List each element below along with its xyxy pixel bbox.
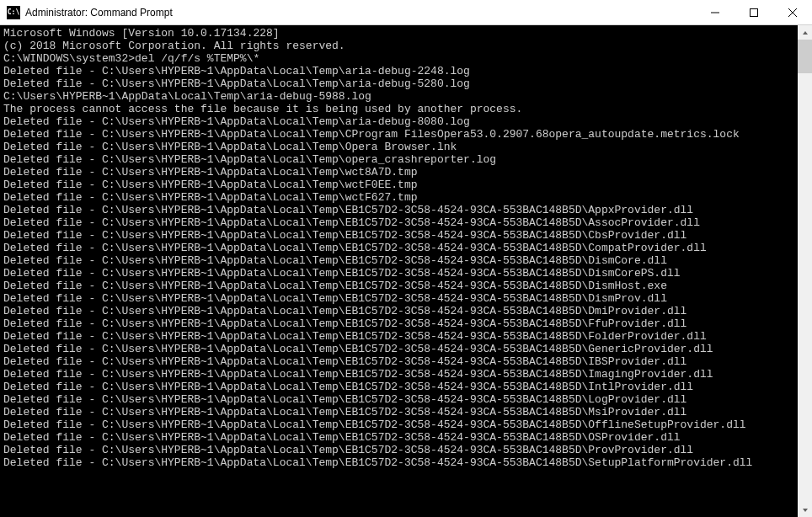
scroll-thumb[interactable]: [798, 40, 812, 73]
maximize-button[interactable]: [735, 0, 773, 25]
terminal-line: Deleted file - C:\Users\HYPERB~1\AppData…: [3, 280, 798, 292]
terminal-line: Microsoft Windows [Version 10.0.17134.22…: [3, 27, 798, 40]
terminal-line: The process cannot access the file becau…: [3, 103, 798, 115]
svg-rect-1: [751, 8, 758, 16]
terminal-line: Deleted file - C:\Users\HYPERB~1\AppData…: [3, 166, 798, 179]
terminal-line: C:\WINDOWS\system32>del /q/f/s %TEMP%\*: [3, 52, 798, 65]
terminal-line: Deleted file - C:\Users\HYPERB~1\AppData…: [3, 381, 798, 393]
scroll-up-button[interactable]: [798, 25, 812, 40]
terminal-line: (c) 2018 Microsoft Corporation. All righ…: [3, 40, 798, 52]
terminal-line: Deleted file - C:\Users\HYPERB~1\AppData…: [3, 204, 798, 216]
vertical-scrollbar[interactable]: [798, 25, 812, 517]
terminal-line: Deleted file - C:\Users\HYPERB~1\AppData…: [3, 141, 798, 153]
terminal-line: Deleted file - C:\Users\HYPERB~1\AppData…: [3, 128, 798, 141]
window-title: Administrator: Command Prompt: [25, 7, 696, 19]
terminal-line: Deleted file - C:\Users\HYPERB~1\AppData…: [3, 444, 798, 456]
terminal-line: Deleted file - C:\Users\HYPERB~1\AppData…: [3, 229, 798, 242]
cmd-icon: C:\: [7, 6, 20, 19]
svg-marker-4: [803, 31, 808, 35]
terminal-line: Deleted file - C:\Users\HYPERB~1\AppData…: [3, 254, 798, 267]
terminal-line: Deleted file - C:\Users\HYPERB~1\AppData…: [3, 431, 798, 444]
terminal-line: Deleted file - C:\Users\HYPERB~1\AppData…: [3, 406, 798, 418]
titlebar[interactable]: C:\ Administrator: Command Prompt: [0, 0, 812, 25]
terminal-line: Deleted file - C:\Users\HYPERB~1\AppData…: [3, 418, 798, 431]
terminal-line: Deleted file - C:\Users\HYPERB~1\AppData…: [3, 77, 798, 90]
terminal-line: Deleted file - C:\Users\HYPERB~1\AppData…: [3, 153, 798, 166]
terminal-line: Deleted file - C:\Users\HYPERB~1\AppData…: [3, 393, 798, 406]
minimize-button[interactable]: [696, 0, 735, 25]
terminal-line: Deleted file - C:\Users\HYPERB~1\AppData…: [3, 191, 798, 204]
terminal-line: Deleted file - C:\Users\HYPERB~1\AppData…: [3, 330, 798, 343]
terminal-line: Deleted file - C:\Users\HYPERB~1\AppData…: [3, 65, 798, 77]
terminal-line: Deleted file - C:\Users\HYPERB~1\AppData…: [3, 216, 798, 229]
terminal-line: Deleted file - C:\Users\HYPERB~1\AppData…: [3, 292, 798, 305]
client-area: Microsoft Windows [Version 10.0.17134.22…: [0, 25, 812, 517]
terminal-line: Deleted file - C:\Users\HYPERB~1\AppData…: [3, 368, 798, 381]
terminal-line: Deleted file - C:\Users\HYPERB~1\AppData…: [3, 179, 798, 191]
terminal-line: Deleted file - C:\Users\HYPERB~1\AppData…: [3, 115, 798, 128]
terminal-line: Deleted file - C:\Users\HYPERB~1\AppData…: [3, 305, 798, 317]
terminal-line: Deleted file - C:\Users\HYPERB~1\AppData…: [3, 355, 798, 368]
terminal-line: Deleted file - C:\Users\HYPERB~1\AppData…: [3, 317, 798, 330]
scroll-down-button[interactable]: [798, 503, 812, 517]
terminal-line: Deleted file - C:\Users\HYPERB~1\AppData…: [3, 343, 798, 355]
terminal-line: C:\Users\HYPERB~1\AppData\Local\Temp\ari…: [3, 90, 798, 103]
close-button[interactable]: [773, 0, 812, 25]
terminal-line: Deleted file - C:\Users\HYPERB~1\AppData…: [3, 242, 798, 254]
terminal-line: Deleted file - C:\Users\HYPERB~1\AppData…: [3, 267, 798, 280]
terminal-output[interactable]: Microsoft Windows [Version 10.0.17134.22…: [0, 25, 798, 517]
terminal-line: Deleted file - C:\Users\HYPERB~1\AppData…: [3, 456, 798, 469]
svg-marker-5: [803, 509, 808, 512]
